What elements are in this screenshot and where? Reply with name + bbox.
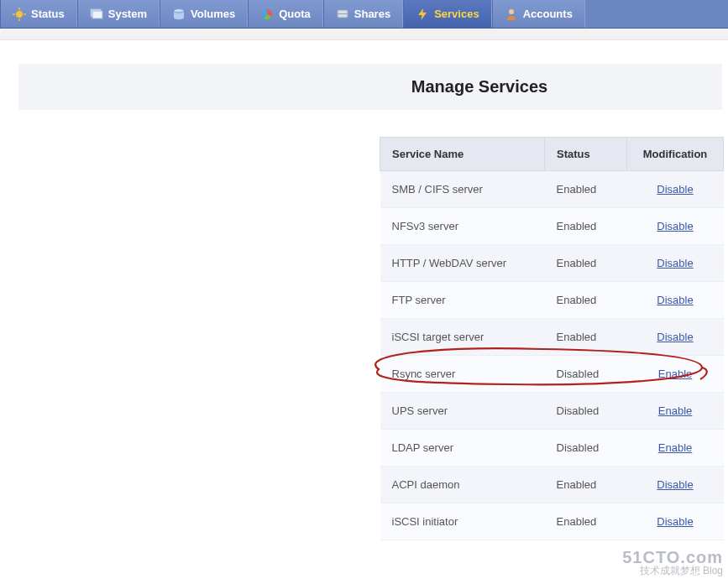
cell-service-name: UPS server	[380, 393, 545, 430]
quota-icon	[260, 8, 274, 21]
status-icon	[13, 8, 26, 21]
nav-item-quota[interactable]: Quota	[248, 0, 323, 28]
cell-status: Enabled	[545, 171, 627, 208]
nav-item-shares[interactable]: Shares	[323, 0, 403, 28]
services-table-wrap: Service Name Status Modification SMB / C…	[380, 137, 724, 540]
cell-service-name: Rsync server	[380, 356, 545, 393]
action-link[interactable]: Disable	[657, 294, 693, 306]
table-row: FTP server Enabled Disable	[380, 282, 724, 319]
top-nav: Status System Volumes Quota Shares Servi…	[0, 0, 728, 29]
cell-status: Disabled	[545, 393, 627, 430]
nav-item-system[interactable]: System	[77, 0, 160, 28]
services-table: Service Name Status Modification SMB / C…	[380, 137, 724, 540]
accounts-icon	[505, 8, 518, 21]
cell-action: Disable	[627, 208, 724, 245]
cell-status: Disabled	[545, 430, 627, 467]
cell-service-name: iSCSI initiator	[380, 503, 545, 540]
nav-item-volumes[interactable]: Volumes	[160, 0, 248, 28]
cell-status: Enabled	[545, 245, 627, 282]
cell-service-name: HTTP / WebDAV server	[380, 245, 545, 282]
nav-item-status[interactable]: Status	[0, 0, 77, 28]
cell-action: Disable	[627, 319, 724, 356]
shares-icon	[336, 8, 349, 21]
cell-service-name: iSCSI target server	[380, 319, 545, 356]
svg-rect-11	[338, 13, 348, 14]
cell-status: Enabled	[545, 319, 627, 356]
cell-status: Enabled	[545, 282, 627, 319]
svg-point-0	[16, 11, 23, 18]
nav-label: System	[108, 8, 147, 20]
table-row: SMB / CIFS server Enabled Disable	[380, 171, 724, 208]
cell-service-name: NFSv3 server	[380, 208, 545, 245]
col-status: Status	[545, 138, 627, 171]
svg-marker-12	[418, 8, 427, 20]
nav-label: Volumes	[191, 8, 235, 20]
table-row: NFSv3 server Enabled Disable	[380, 208, 724, 245]
col-service-name: Service Name	[380, 138, 545, 171]
action-link[interactable]: Disable	[657, 257, 693, 269]
action-link[interactable]: Enable	[658, 441, 692, 454]
table-row: ACPI daemon Enabled Disable	[380, 467, 724, 503]
action-link[interactable]: Enable	[658, 404, 692, 417]
volumes-icon	[172, 8, 186, 21]
action-link[interactable]: Disable	[657, 183, 693, 196]
cell-status: Enabled	[545, 467, 627, 503]
cell-action: Disable	[627, 467, 724, 503]
table-row: LDAP server Disabled Enable	[380, 430, 724, 467]
cell-status: Disabled	[545, 356, 627, 393]
svg-rect-6	[92, 11, 102, 18]
cell-action: Enable	[627, 393, 724, 430]
cell-service-name: ACPI daemon	[380, 467, 545, 503]
table-row: iSCSI initiator Enabled Disable	[380, 503, 724, 540]
action-link[interactable]: Enable	[658, 368, 692, 380]
page-title: Manage Services	[237, 77, 722, 96]
nav-label: Services	[434, 8, 479, 20]
col-modification: Modification	[627, 138, 724, 171]
nav-label: Accounts	[523, 8, 573, 20]
cell-status: Enabled	[545, 503, 627, 540]
services-icon	[416, 8, 429, 21]
title-bar: Manage Services	[18, 64, 722, 110]
nav-item-services[interactable]: Services	[403, 0, 492, 28]
cell-action: Enable	[627, 356, 724, 393]
action-link[interactable]: Disable	[657, 220, 693, 232]
nav-label: Shares	[354, 8, 390, 20]
cell-action: Disable	[627, 171, 724, 208]
nav-label: Quota	[279, 8, 311, 20]
nav-label: Status	[31, 8, 65, 20]
watermark: 51CTO.com 技术成就梦想 Blog	[622, 549, 723, 576]
table-header-row: Service Name Status Modification	[380, 138, 724, 171]
cell-action: Disable	[627, 282, 724, 319]
cell-service-name: FTP server	[380, 282, 545, 319]
action-link[interactable]: Disable	[657, 331, 693, 343]
cell-service-name: LDAP server	[380, 430, 545, 467]
system-icon	[90, 8, 103, 21]
page-content: Manage Services Service Name Status Modi…	[0, 40, 728, 540]
cell-service-name: SMB / CIFS server	[380, 171, 545, 208]
action-link[interactable]: Disable	[657, 478, 693, 491]
cell-action: Disable	[627, 245, 724, 282]
action-link[interactable]: Disable	[657, 515, 693, 528]
watermark-sub: 技术成就梦想 Blog	[622, 566, 723, 576]
cell-action: Disable	[627, 503, 724, 540]
table-row: Rsync server Disabled Enable	[380, 356, 724, 393]
sub-toolbar	[0, 29, 728, 40]
cell-action: Enable	[627, 430, 724, 467]
svg-point-13	[509, 9, 514, 14]
table-row: UPS server Disabled Enable	[380, 393, 724, 430]
table-row: HTTP / WebDAV server Enabled Disable	[380, 245, 724, 282]
nav-item-accounts[interactable]: Accounts	[492, 0, 585, 28]
watermark-main: 51CTO.com	[622, 549, 723, 566]
table-row: iSCSI target server Enabled Disable	[380, 319, 724, 356]
cell-status: Enabled	[545, 208, 627, 245]
